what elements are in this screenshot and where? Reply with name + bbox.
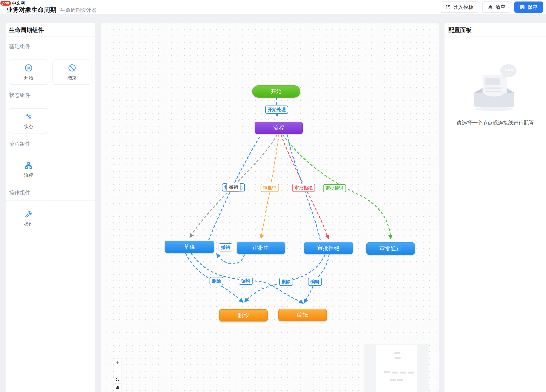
section-action-label: 操作组件 [6,183,95,201]
fit-view-button[interactable] [114,375,121,384]
php-logo-badge: php [0,1,11,6]
node-process[interactable]: 流程 [255,122,303,134]
node-edit[interactable]: 编辑 [278,309,327,321]
node-start[interactable]: 开始 [252,85,300,98]
edge-label-revoke-blue[interactable]: 撤销 [219,243,232,252]
config-empty-state: 请选择一个节点或连接线进行配置 [444,63,546,126]
minimap-viewport [376,345,417,392]
component-card-action[interactable]: 操作 [9,206,48,231]
edges-layer [101,23,439,392]
save-label: 保存 [527,4,538,11]
config-panel-title: 配置面板 [444,23,546,37]
page-title: 业务对象生命周期 [6,6,56,14]
clear-label: 清空 [495,4,506,11]
component-card-end[interactable]: 结束 [52,60,91,85]
config-panel: 配置面板 请选择一个节点或连 [444,23,546,392]
minimap-node [394,352,400,354]
edge-label-rejected[interactable]: 审批拒绝 [292,184,315,192]
section-basic-cards: 开始 结束 [6,54,95,86]
component-card-label: 开始 [24,75,33,81]
zoom-in-button[interactable]: + [114,359,121,367]
section-state-label: 状态组件 [6,86,95,103]
lock-button[interactable] [114,384,121,392]
sitemap-icon [24,161,33,170]
import-icon [445,5,451,10]
broom-icon [488,5,493,10]
minimap-node [397,379,403,381]
save-button[interactable]: 保存 [514,1,543,13]
edge-label-revoke-gray[interactable]: 撤销 [226,183,240,192]
zoom-toolbar: + − [114,358,121,392]
minimap[interactable] [364,344,429,392]
component-card-start[interactable]: 开始 [9,60,48,85]
zoom-out-button[interactable]: − [114,367,121,375]
component-sidebar: 生命周期组件 基础组件 开始 结束 状态组件 [6,23,95,392]
minimap-node [408,372,414,373]
site-logo-text: 中文网 [12,0,25,6]
edge-label-delete-1[interactable]: 删除 [209,277,223,285]
share-nodes-icon [24,112,33,121]
minimap-node [392,372,398,373]
component-card-label: 状态 [24,124,33,130]
header-actions: 导入模板 清空 保存 [440,1,543,13]
section-process-label: 流程组件 [6,134,95,152]
page-subtitle: 生命周期设计器 [60,7,96,13]
edge-label-start-process[interactable]: 开始处理 [265,106,288,114]
minimap-node [400,372,406,373]
import-label: 导入模板 [453,4,474,11]
empty-inbox-illustration [462,63,529,115]
node-draft[interactable]: 草稿 [165,241,214,253]
edge-label-approved[interactable]: 审批通过 [323,184,346,192]
section-state-cards: 状态 [6,103,95,134]
site-logo[interactable]: php 中文网 [0,0,25,6]
edge-label-edit-2[interactable]: 编辑 [308,278,322,286]
section-basic-label: 基础组件 [6,37,95,54]
wrench-icon [24,210,33,219]
sidebar-title: 生命周期组件 [6,23,95,37]
minimap-node [390,379,396,381]
app-header: php 中文网 业务对象生命周期 生命周期设计器 导入模板 清空 [0,0,546,14]
section-action-cards: 操作 [6,201,95,232]
play-circle-icon [24,64,33,72]
edge-label-approving[interactable]: 审批中 [261,184,279,192]
node-approving[interactable]: 审批中 [237,242,285,254]
component-card-process[interactable]: 流程 [9,157,48,182]
workspace: 生命周期组件 基础组件 开始 结束 状态组件 [0,23,546,392]
edge-label-delete-2[interactable]: 删除 [279,278,293,286]
import-template-button[interactable]: 导入模板 [440,1,479,13]
unlock-icon [116,385,120,391]
component-card-label: 结束 [68,75,77,81]
edge-approving-to-draft[interactable] [217,254,244,264]
component-card-label: 操作 [24,221,33,227]
title-row: 业务对象生命周期 生命周期设计器 [6,6,96,14]
stop-circle-icon [68,64,76,72]
node-rejected[interactable]: 审批拒绝 [304,242,353,254]
edge-label-edit-1[interactable]: 编辑 [239,277,253,285]
minimap-node [395,357,401,359]
config-empty-text: 请选择一个节点或连接线进行配置 [456,119,534,126]
minimap-node [384,371,390,373]
node-approved[interactable]: 审批通过 [366,242,415,255]
fullscreen-icon [116,376,120,383]
component-card-label: 流程 [24,172,33,178]
save-icon [520,5,525,10]
component-card-state[interactable]: 状态 [9,108,48,133]
node-delete[interactable]: 删除 [219,309,268,322]
section-process-cards: 流程 [6,152,95,183]
flow-canvas[interactable]: 开始 流程 草稿 审批中 审批拒绝 审批通过 删除 编辑 开始处理 提交审批 撤… [101,23,439,392]
clear-button[interactable]: 清空 [482,1,511,13]
